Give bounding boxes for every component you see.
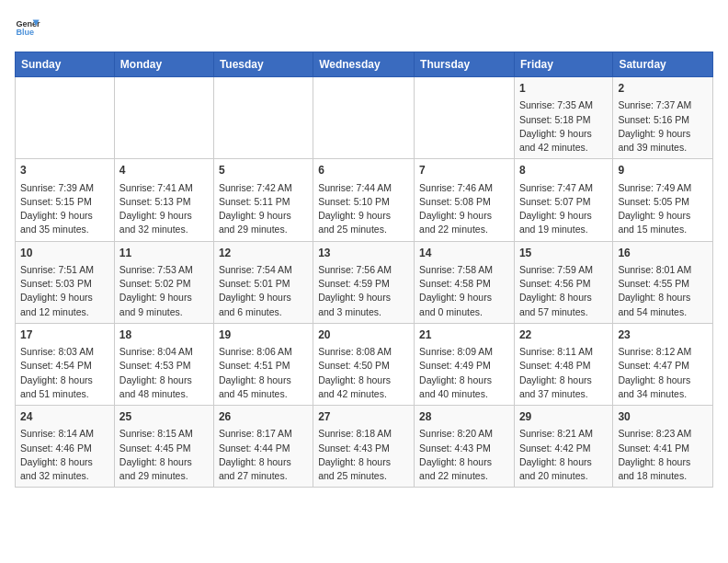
day-number: 18 — [119, 327, 209, 343]
day-number: 28 — [419, 409, 509, 425]
day-info: Daylight: 9 hours and 32 minutes. — [119, 209, 209, 236]
calendar-cell: 22Sunrise: 8:11 AMSunset: 4:48 PMDayligh… — [514, 323, 612, 405]
day-info: Daylight: 9 hours and 15 minutes. — [618, 209, 708, 236]
day-number: 6 — [318, 163, 409, 178]
day-info: Daylight: 8 hours and 27 minutes. — [219, 455, 308, 483]
calendar-cell: 5Sunrise: 7:42 AMSunset: 5:11 PMDaylight… — [213, 159, 313, 241]
day-info: Daylight: 8 hours and 22 minutes. — [419, 455, 509, 483]
calendar-cell — [16, 77, 115, 159]
day-info: Sunrise: 8:03 AM — [20, 345, 109, 359]
day-info: Sunrise: 8:09 AM — [419, 345, 509, 359]
calendar-week-2: 3Sunrise: 7:39 AMSunset: 5:15 PMDaylight… — [16, 159, 713, 241]
day-info: Sunset: 5:13 PM — [119, 195, 209, 209]
calendar-cell: 28Sunrise: 8:20 AMSunset: 4:43 PMDayligh… — [415, 406, 515, 488]
calendar-cell: 23Sunrise: 8:12 AMSunset: 4:47 PMDayligh… — [613, 323, 713, 405]
day-number: 30 — [618, 409, 708, 425]
day-info: Daylight: 8 hours and 29 minutes. — [119, 455, 209, 483]
day-info: Sunset: 4:42 PM — [519, 442, 608, 455]
day-number: 15 — [519, 246, 608, 261]
calendar-cell: 15Sunrise: 7:59 AMSunset: 4:56 PMDayligh… — [514, 241, 612, 323]
day-info: Daylight: 8 hours and 34 minutes. — [618, 373, 708, 401]
day-header-saturday: Saturday — [613, 52, 713, 77]
day-info: Sunset: 5:18 PM — [519, 113, 608, 127]
day-info: Sunrise: 7:54 AM — [219, 263, 308, 277]
day-info: Sunrise: 7:59 AM — [519, 263, 608, 277]
day-number: 4 — [119, 163, 209, 178]
day-info: Daylight: 9 hours and 22 minutes. — [419, 209, 509, 236]
day-info: Sunrise: 8:15 AM — [119, 427, 209, 441]
day-info: Sunrise: 7:49 AM — [618, 181, 708, 195]
day-header-monday: Monday — [114, 52, 213, 77]
day-info: Daylight: 9 hours and 35 minutes. — [20, 209, 109, 236]
calendar-cell — [415, 77, 515, 159]
day-info: Sunrise: 7:46 AM — [419, 181, 509, 195]
day-info: Sunrise: 8:04 AM — [119, 345, 209, 359]
day-info: Sunset: 4:45 PM — [119, 442, 209, 455]
calendar-cell: 8Sunrise: 7:47 AMSunset: 5:07 PMDaylight… — [514, 159, 612, 241]
calendar-cell: 10Sunrise: 7:51 AMSunset: 5:03 PMDayligh… — [16, 241, 115, 323]
calendar-cell: 9Sunrise: 7:49 AMSunset: 5:05 PMDaylight… — [613, 159, 713, 241]
calendar-cell: 26Sunrise: 8:17 AMSunset: 4:44 PMDayligh… — [213, 406, 313, 488]
day-info: Sunset: 5:11 PM — [219, 195, 308, 209]
day-info: Daylight: 8 hours and 57 minutes. — [519, 291, 608, 318]
day-info: Daylight: 8 hours and 40 minutes. — [419, 373, 509, 401]
day-info: Sunset: 4:56 PM — [519, 277, 608, 291]
day-info: Daylight: 8 hours and 54 minutes. — [618, 291, 708, 318]
day-info: Sunrise: 7:42 AM — [219, 181, 308, 195]
calendar-week-5: 24Sunrise: 8:14 AMSunset: 4:46 PMDayligh… — [16, 406, 713, 488]
day-header-tuesday: Tuesday — [213, 52, 313, 77]
calendar-cell: 7Sunrise: 7:46 AMSunset: 5:08 PMDaylight… — [415, 159, 515, 241]
day-info: Sunrise: 7:47 AM — [519, 181, 608, 195]
day-number: 23 — [618, 327, 708, 343]
day-number: 29 — [519, 409, 608, 425]
day-info: Daylight: 8 hours and 18 minutes. — [618, 455, 708, 483]
day-info: Sunrise: 7:39 AM — [20, 181, 109, 195]
calendar-cell: 25Sunrise: 8:15 AMSunset: 4:45 PMDayligh… — [114, 406, 213, 488]
day-info: Sunset: 5:02 PM — [119, 277, 209, 291]
day-info: Daylight: 9 hours and 9 minutes. — [119, 291, 209, 318]
day-info: Sunrise: 8:23 AM — [618, 427, 708, 441]
day-info: Daylight: 9 hours and 12 minutes. — [20, 291, 109, 318]
day-info: Sunrise: 7:37 AM — [618, 98, 708, 112]
day-info: Daylight: 8 hours and 37 minutes. — [519, 373, 608, 401]
day-number: 21 — [419, 327, 509, 343]
day-info: Sunset: 4:50 PM — [318, 359, 409, 373]
day-info: Sunrise: 8:06 AM — [219, 345, 308, 359]
day-info: Sunrise: 8:08 AM — [318, 345, 409, 359]
page-header: General Blue — [15, 15, 713, 40]
day-info: Daylight: 9 hours and 25 minutes. — [318, 209, 409, 236]
day-info: Daylight: 9 hours and 42 minutes. — [519, 127, 608, 155]
day-info: Sunset: 5:15 PM — [20, 195, 109, 209]
day-info: Sunset: 4:58 PM — [419, 277, 509, 291]
day-info: Sunrise: 7:51 AM — [20, 263, 109, 277]
day-info: Sunset: 4:43 PM — [318, 442, 409, 455]
day-info: Daylight: 9 hours and 29 minutes. — [219, 209, 308, 236]
day-info: Sunset: 4:59 PM — [318, 277, 409, 291]
day-info: Sunset: 4:54 PM — [20, 359, 109, 373]
day-header-wednesday: Wednesday — [313, 52, 415, 77]
day-info: Sunset: 4:44 PM — [219, 442, 308, 455]
day-info: Sunrise: 7:44 AM — [318, 181, 409, 195]
calendar-cell — [114, 77, 213, 159]
day-info: Sunset: 5:01 PM — [219, 277, 308, 291]
day-info: Sunset: 4:55 PM — [618, 277, 708, 291]
day-info: Sunrise: 8:18 AM — [318, 427, 409, 441]
day-info: Sunrise: 8:01 AM — [618, 263, 708, 277]
day-info: Sunset: 4:47 PM — [618, 359, 708, 373]
day-number: 11 — [119, 246, 209, 261]
day-info: Daylight: 8 hours and 45 minutes. — [219, 373, 308, 401]
day-info: Sunrise: 8:14 AM — [20, 427, 109, 441]
day-info: Sunset: 4:53 PM — [119, 359, 209, 373]
logo-icon: General Blue — [15, 15, 40, 40]
calendar-cell — [313, 77, 415, 159]
day-info: Sunrise: 7:58 AM — [419, 263, 509, 277]
calendar-cell: 2Sunrise: 7:37 AMSunset: 5:16 PMDaylight… — [613, 77, 713, 159]
day-number: 12 — [219, 246, 308, 261]
day-number: 26 — [219, 409, 308, 425]
day-info: Daylight: 8 hours and 25 minutes. — [318, 455, 409, 483]
calendar-cell — [213, 77, 313, 159]
calendar-cell: 30Sunrise: 8:23 AMSunset: 4:41 PMDayligh… — [613, 406, 713, 488]
day-info: Sunset: 4:43 PM — [419, 442, 509, 455]
calendar-header-row: SundayMondayTuesdayWednesdayThursdayFrid… — [16, 52, 713, 77]
day-info: Sunset: 5:03 PM — [20, 277, 109, 291]
